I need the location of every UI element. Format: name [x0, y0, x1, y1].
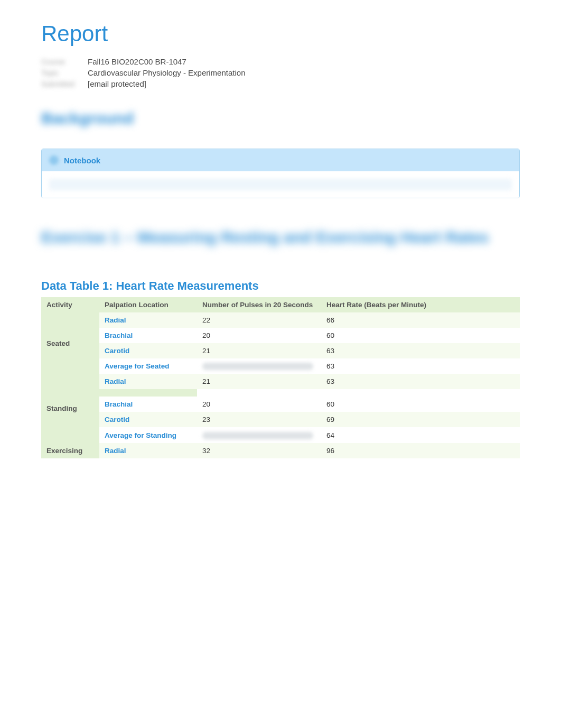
table-row: Brachial2060: [41, 328, 520, 343]
table-row: Brachial2060: [41, 397, 520, 412]
pulses-cell: [197, 358, 321, 374]
pulses-cell: [197, 427, 321, 443]
notebook-body: [42, 171, 519, 198]
meta-label-3: Submitted: [41, 80, 88, 88]
data-table-title: Data Table 1: Heart Rate Measurements: [41, 279, 520, 293]
pulses-cell: 20: [197, 328, 321, 343]
activity-cell: Seated: [41, 312, 99, 374]
notebook-panel: Notebook: [41, 149, 520, 198]
heartrate-cell: 60: [321, 397, 520, 412]
table-row: StandingRadial2163: [41, 374, 520, 389]
redacted-value: [202, 363, 313, 370]
th-pulses: Number of Pulses in 20 Seconds: [197, 297, 321, 312]
th-heartrate: Heart Rate (Beats per Minute): [321, 297, 520, 312]
heartrate-cell: 63: [321, 343, 520, 358]
meta-label-2: Topic: [41, 69, 88, 77]
palpation-link[interactable]: Average for Seated: [105, 362, 170, 370]
notebook-toggle-icon: [49, 155, 59, 165]
background-heading: Background: [41, 109, 520, 127]
pulses-cell: 23: [197, 412, 321, 427]
table-row: SeatedRadial2266: [41, 312, 520, 328]
pulses-cell: 20: [197, 397, 321, 412]
table-header-row: Activity Palpation Location Number of Pu…: [41, 297, 520, 312]
redacted-value: [202, 432, 313, 439]
palpation-link[interactable]: Radial: [105, 447, 126, 455]
pulses-cell: 21: [197, 343, 321, 358]
activity-cell: Exercising: [41, 443, 99, 458]
palpation-link[interactable]: Carotid: [105, 416, 129, 423]
table-row: Carotid2369: [41, 412, 520, 427]
heartrate-cell: 64: [321, 427, 520, 443]
pulses-cell: 22: [197, 312, 321, 328]
pulses-cell: 21: [197, 374, 321, 389]
th-palpation: Palpation Location: [99, 297, 197, 312]
palpation-link[interactable]: Radial: [105, 377, 126, 385]
table-row: Average for Standing64: [41, 427, 520, 443]
palpation-link[interactable]: Radial: [105, 316, 126, 324]
heartrate-cell: 63: [321, 374, 520, 389]
report-title: Report: [41, 21, 520, 47]
exercise-heading: Exercise 1 – Measuring Resting and Exerc…: [41, 225, 520, 250]
palpation-link[interactable]: Average for Standing: [105, 431, 176, 439]
notebook-title: Notebook: [64, 156, 100, 165]
heartrate-cell: 66: [321, 312, 520, 328]
heart-rate-table: Activity Palpation Location Number of Pu…: [41, 297, 520, 458]
activity-cell: Standing: [41, 374, 99, 443]
heartrate-cell: 96: [321, 443, 520, 458]
palpation-link[interactable]: Carotid: [105, 347, 129, 355]
meta-block: Course Fall16 BIO202C00 BR-1047 Topic Ca…: [41, 57, 520, 88]
meta-value-1: Fall16 BIO202C00 BR-1047: [88, 57, 186, 66]
meta-value-3: [email protected]: [88, 79, 146, 88]
meta-label-1: Course: [41, 58, 88, 66]
pulses-cell: 32: [197, 443, 321, 458]
palpation-link[interactable]: Brachial: [105, 331, 133, 339]
table-row: ExercisingRadial3296: [41, 443, 520, 458]
table-row: Average for Seated63: [41, 358, 520, 374]
table-row: Carotid2163: [41, 343, 520, 358]
palpation-link[interactable]: Brachial: [105, 400, 133, 408]
heartrate-cell: 63: [321, 358, 520, 374]
heartrate-cell: 69: [321, 412, 520, 427]
notebook-content-redacted: [49, 179, 512, 190]
meta-value-2: Cardiovascular Physiology - Experimentat…: [88, 68, 245, 77]
table-spacer-row: [41, 389, 520, 397]
notebook-header[interactable]: Notebook: [42, 149, 519, 171]
th-activity: Activity: [41, 297, 99, 312]
heartrate-cell: 60: [321, 328, 520, 343]
